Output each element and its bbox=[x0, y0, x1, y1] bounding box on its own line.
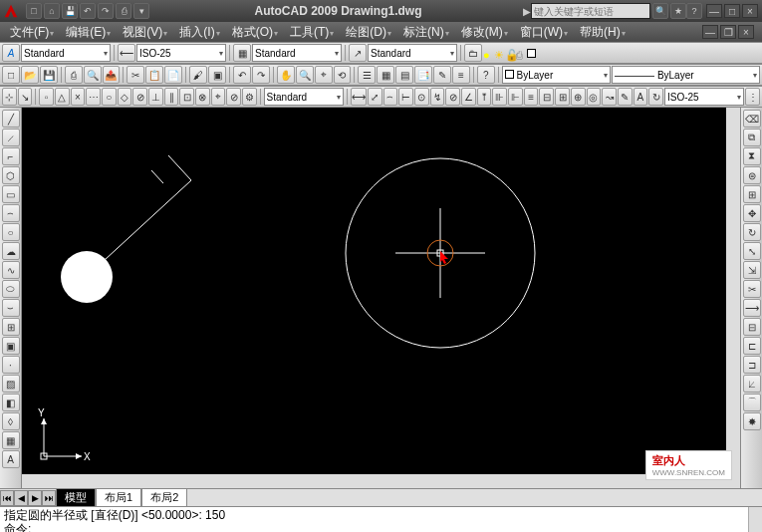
publish-icon[interactable]: 📤 bbox=[103, 66, 121, 84]
qat-print-icon[interactable]: ⎙ bbox=[116, 3, 131, 19]
dim-insp-icon[interactable]: ◎ bbox=[587, 88, 602, 106]
dc-icon[interactable]: ▦ bbox=[377, 66, 394, 84]
polygon-icon[interactable]: ⬡ bbox=[2, 166, 20, 184]
zoom-prev-icon[interactable]: ⟲ bbox=[334, 66, 352, 84]
tab-model[interactable]: 模型 bbox=[56, 488, 96, 507]
osnap-int-icon[interactable]: × bbox=[71, 88, 86, 106]
table-style-icon[interactable]: ▦ bbox=[233, 44, 251, 62]
redo-icon[interactable]: ↷ bbox=[252, 66, 270, 84]
insert-icon[interactable]: ⊞ bbox=[2, 318, 20, 336]
save-icon[interactable]: 💾 bbox=[40, 66, 58, 84]
scale-icon[interactable]: ⤡ bbox=[743, 242, 761, 260]
mdi-restore-button[interactable]: ❐ bbox=[720, 25, 736, 39]
hatch-icon[interactable]: ▨ bbox=[2, 375, 20, 393]
chamfer-icon[interactable]: ⟀ bbox=[743, 375, 761, 393]
osnap-ext-icon[interactable]: ⋯ bbox=[86, 88, 101, 106]
xline-icon[interactable]: ⟋ bbox=[2, 129, 20, 146]
mdi-minimize-button[interactable]: — bbox=[702, 25, 718, 39]
menu-help[interactable]: 帮助(H)▾ bbox=[574, 22, 632, 43]
tab-prev-icon[interactable]: ◀ bbox=[14, 490, 28, 506]
cut-icon[interactable]: ✂ bbox=[127, 66, 144, 84]
paste-icon[interactable]: 📄 bbox=[164, 66, 182, 84]
dim-arc-icon[interactable]: ⌢ bbox=[383, 88, 398, 106]
dimstyle-combo1[interactable]: Standard▾ bbox=[264, 88, 345, 106]
markup-icon[interactable]: ✎ bbox=[433, 66, 451, 84]
layer-prop-icon[interactable]: 🗀 bbox=[464, 44, 482, 62]
rect-icon[interactable]: ▭ bbox=[2, 185, 20, 203]
circle-icon[interactable]: ○ bbox=[2, 223, 20, 241]
region-icon[interactable]: ◊ bbox=[2, 412, 20, 430]
dimstyle-mgr-icon[interactable]: ⋮ bbox=[745, 88, 760, 106]
tab-layout1[interactable]: 布局1 bbox=[96, 488, 141, 507]
break-icon[interactable]: ⊏ bbox=[743, 337, 761, 355]
command-window[interactable]: 指定圆的半径或 [直径(D)] <50.0000>: 150 命令: 命令: _… bbox=[0, 506, 762, 532]
osnap-quad-icon[interactable]: ◇ bbox=[118, 88, 132, 106]
osnap-tan-icon[interactable]: ⊘ bbox=[132, 88, 147, 106]
menu-file[interactable]: 文件(F)▾ bbox=[4, 22, 60, 43]
osnap-from-icon[interactable]: ↘ bbox=[18, 88, 33, 106]
dim-linear-icon[interactable]: ⟷ bbox=[351, 88, 367, 106]
menu-window[interactable]: 窗口(W)▾ bbox=[514, 22, 574, 43]
dim-aligned-icon[interactable]: ⤢ bbox=[368, 88, 382, 106]
mkblock-icon[interactable]: ▣ bbox=[2, 337, 20, 355]
osnap-ins-icon[interactable]: ⊡ bbox=[179, 88, 194, 106]
spline-icon[interactable]: ∿ bbox=[2, 261, 20, 279]
lock-icon[interactable]: 🔓 bbox=[505, 49, 514, 58]
stretch-icon[interactable]: ⇲ bbox=[743, 261, 761, 279]
dim-jogline-icon[interactable]: ↝ bbox=[602, 88, 617, 106]
osnap-mid-icon[interactable]: △ bbox=[55, 88, 70, 106]
dim-jog-icon[interactable]: ↯ bbox=[430, 88, 445, 106]
qat-save-icon[interactable]: 💾 bbox=[62, 3, 78, 19]
infocenter-help-icon[interactable]: ? bbox=[686, 3, 702, 19]
qat-dropdown-icon[interactable]: ▾ bbox=[133, 3, 149, 19]
text-style-icon[interactable]: A bbox=[2, 44, 20, 62]
osnap-near-icon[interactable]: ⌖ bbox=[211, 88, 226, 106]
qat-redo-icon[interactable]: ↷ bbox=[98, 3, 114, 19]
color-combo[interactable]: ByLayer▾ bbox=[502, 66, 611, 84]
menu-view[interactable]: 视图(V)▾ bbox=[117, 22, 173, 43]
match-icon[interactable]: 🖌 bbox=[189, 66, 207, 84]
freeze-icon[interactable]: ☀ bbox=[494, 49, 503, 58]
erase-icon[interactable]: ⌫ bbox=[743, 110, 761, 128]
tp-icon[interactable]: ▤ bbox=[395, 66, 413, 84]
ssm-icon[interactable]: 📑 bbox=[414, 66, 432, 84]
table-style-combo[interactable]: Standard▾ bbox=[252, 44, 342, 62]
lightbulb-icon[interactable]: ● bbox=[483, 49, 492, 58]
dim-break-icon[interactable]: ⊟ bbox=[539, 88, 554, 106]
point-icon[interactable]: · bbox=[2, 356, 20, 374]
tab-layout2[interactable]: 布局2 bbox=[141, 488, 187, 507]
qat-undo-icon[interactable]: ↶ bbox=[80, 3, 96, 19]
osnap-none-icon[interactable]: ⊘ bbox=[226, 88, 241, 106]
tab-next-icon[interactable]: ▶ bbox=[28, 490, 42, 506]
drawing-canvas[interactable]: X Y 室内人 WWW.SNREN.COM bbox=[22, 108, 740, 488]
osnap-cen-icon[interactable]: ○ bbox=[102, 88, 117, 106]
qat-open-icon[interactable]: ⌂ bbox=[44, 3, 60, 19]
plot-btn-icon[interactable]: ⎙ bbox=[65, 66, 83, 84]
dim-edit-icon[interactable]: ✎ bbox=[618, 88, 633, 106]
dim-center-icon[interactable]: ⊕ bbox=[571, 88, 586, 106]
open-icon[interactable]: 📂 bbox=[21, 66, 39, 84]
menu-draw[interactable]: 绘图(D)▾ bbox=[340, 22, 397, 43]
linetype-combo[interactable]: ———— ByLayer▾ bbox=[612, 66, 760, 84]
dim-ord-icon[interactable]: ⊢ bbox=[398, 88, 413, 106]
filled-circle-object[interactable] bbox=[61, 251, 113, 303]
offset-icon[interactable]: ⊜ bbox=[743, 166, 761, 184]
dim-base-icon[interactable]: ⊪ bbox=[492, 88, 507, 106]
mdi-close-button[interactable]: × bbox=[738, 25, 754, 39]
canvas-hscrollbar[interactable] bbox=[22, 474, 726, 488]
dim-tedit-icon[interactable]: A bbox=[634, 88, 648, 106]
line-icon[interactable]: ╱ bbox=[2, 110, 20, 128]
menu-dimension[interactable]: 标注(N)▾ bbox=[397, 22, 455, 43]
pline-icon[interactable]: ⌐ bbox=[2, 147, 20, 165]
app-logo[interactable] bbox=[0, 0, 22, 22]
help-icon[interactable]: ? bbox=[477, 66, 495, 84]
menu-modify[interactable]: 修改(M)▾ bbox=[455, 22, 514, 43]
osnap-end-icon[interactable]: ▫ bbox=[39, 88, 54, 106]
infocenter-search-icon[interactable]: 🔍 bbox=[652, 3, 668, 19]
osnap-node-icon[interactable]: ⊗ bbox=[195, 88, 210, 106]
gradient-icon[interactable]: ◧ bbox=[2, 394, 20, 411]
osnap-set-icon[interactable]: ⚙ bbox=[242, 88, 257, 106]
extend-icon[interactable]: ⟶ bbox=[743, 299, 761, 317]
table-icon[interactable]: ▦ bbox=[2, 431, 20, 449]
trim-icon[interactable]: ✂ bbox=[743, 280, 761, 298]
